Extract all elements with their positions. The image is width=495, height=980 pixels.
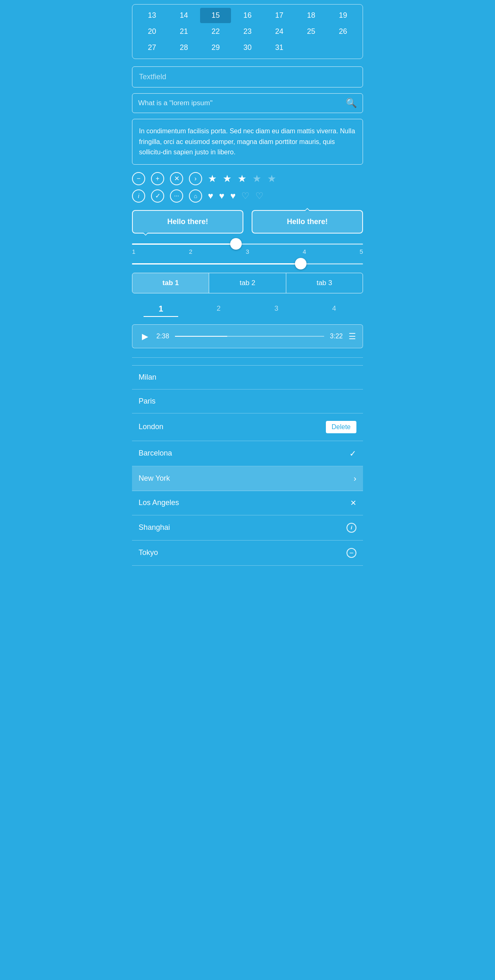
cal-day-25[interactable]: 25	[296, 24, 327, 39]
home-icon[interactable]: ⌂	[189, 189, 202, 203]
delete-button[interactable]: Delete	[326, 421, 356, 433]
slider-1-thumb[interactable]	[230, 238, 242, 250]
calendar: 13 14 15 16 17 18 19 20 21 22 23 24 25 2…	[132, 4, 363, 59]
minus-icon-tokyo: −	[346, 548, 356, 558]
cal-day-23[interactable]: 23	[232, 24, 263, 39]
list-item-shanghai[interactable]: Shanghai i	[132, 515, 363, 541]
list-item-shanghai-label: Shanghai	[139, 523, 170, 532]
slider-label-1: 1	[132, 248, 135, 255]
page-3[interactable]: 3	[248, 301, 305, 316]
list-item-milan-label: Milan	[139, 373, 156, 382]
search-input[interactable]	[138, 99, 346, 107]
cal-day-15[interactable]: 15	[200, 8, 231, 23]
list-item-tokyo-label: Tokyo	[139, 548, 158, 557]
cal-day-27[interactable]: 27	[137, 40, 167, 55]
cal-day-22[interactable]: 22	[200, 24, 231, 39]
list-item-paris-label: Paris	[139, 397, 156, 406]
cal-day-19[interactable]: 19	[328, 8, 358, 23]
text-input[interactable]	[132, 66, 363, 87]
cal-day-24[interactable]: 24	[264, 24, 295, 39]
player-track[interactable]	[175, 336, 324, 337]
list-item-tokyo[interactable]: Tokyo −	[132, 541, 363, 566]
slider-1-track[interactable]	[132, 243, 363, 245]
cal-day-18[interactable]: 18	[296, 8, 327, 23]
tab-2[interactable]: tab 2	[209, 273, 286, 293]
cal-day-17[interactable]: 17	[264, 8, 295, 23]
tab-3[interactable]: tab 3	[286, 273, 363, 293]
search-field: 🔍	[132, 93, 363, 113]
info-icon-shanghai: i	[346, 523, 356, 533]
close-icon[interactable]: ✕	[170, 172, 183, 185]
star-2-icon[interactable]: ★	[223, 174, 232, 184]
slider-2-track[interactable]	[132, 263, 363, 264]
forward-icon[interactable]: ›	[189, 172, 202, 185]
page-2[interactable]: 2	[190, 301, 248, 316]
icons-section: − + ✕ › ★ ★ ★ ★ ★ i ✓ ⋯ ⌂ ♥ ♥ ♥ ♡ ♡	[132, 172, 363, 203]
slider-label-5: 5	[360, 248, 363, 255]
cal-day-31[interactable]: 31	[264, 40, 295, 55]
plus-icon[interactable]: +	[151, 172, 164, 185]
info-icon[interactable]: i	[132, 189, 145, 203]
list-item-london[interactable]: London Delete	[132, 413, 363, 441]
text-area: In condimentum facilisis porta. Sed nec …	[132, 119, 363, 165]
textarea-content: In condimentum facilisis porta. Sed nec …	[139, 128, 355, 156]
checkmark-icon[interactable]: ✓	[151, 189, 164, 203]
minus-icon[interactable]: −	[132, 172, 145, 185]
cal-day-29[interactable]: 29	[200, 40, 231, 55]
slider-1-section: 1 2 3 4 5	[132, 243, 363, 255]
cal-day-20[interactable]: 20	[137, 24, 167, 39]
slider-2-thumb[interactable]	[295, 258, 306, 269]
icons-row-1: − + ✕ › ★ ★ ★ ★ ★	[132, 172, 363, 185]
list-item-paris[interactable]: Paris	[132, 390, 363, 413]
page-4[interactable]: 4	[305, 301, 363, 316]
cal-day-empty-1	[296, 40, 327, 55]
cal-day-21[interactable]: 21	[168, 24, 199, 39]
cal-day-28[interactable]: 28	[168, 40, 199, 55]
star-4-icon[interactable]: ★	[252, 174, 262, 184]
cal-day-14[interactable]: 14	[168, 8, 199, 23]
slider-labels: 1 2 3 4 5	[132, 248, 363, 255]
heart-4-icon[interactable]: ♡	[241, 191, 250, 201]
tab-1[interactable]: tab 1	[132, 273, 209, 293]
cal-day-30[interactable]: 30	[232, 40, 263, 55]
slider-label-2: 2	[189, 248, 192, 255]
list-item-barcelona-label: Barcelona	[139, 449, 172, 458]
star-5-icon[interactable]: ★	[267, 174, 276, 184]
city-list: Milan Paris London Delete Barcelona ✓ Ne…	[132, 365, 363, 566]
star-1-icon[interactable]: ★	[208, 174, 217, 184]
player-progress	[175, 336, 227, 337]
tabs-row: tab 1 tab 2 tab 3	[132, 273, 363, 293]
chevron-right-icon: ›	[354, 474, 356, 483]
total-time: 3:22	[330, 333, 343, 340]
heart-5-icon[interactable]: ♡	[255, 191, 264, 201]
ellipsis-icon[interactable]: ⋯	[170, 189, 183, 203]
list-item-newyork-label: New York	[139, 474, 170, 483]
pagination: 1 2 3 4	[132, 301, 363, 317]
heart-1-icon[interactable]: ♥	[208, 191, 213, 201]
list-item-losangeles[interactable]: Los Angeles ✕	[132, 491, 363, 515]
list-item-losangeles-label: Los Angeles	[139, 498, 179, 507]
play-button[interactable]: ▶	[139, 331, 151, 342]
slider-2-fill	[132, 263, 301, 264]
list-item-barcelona[interactable]: Barcelona ✓	[132, 441, 363, 466]
cal-day-16[interactable]: 16	[232, 8, 263, 23]
star-3-icon[interactable]: ★	[238, 174, 247, 184]
cal-day-26[interactable]: 26	[328, 24, 358, 39]
heart-3-icon[interactable]: ♥	[230, 191, 236, 201]
icons-row-2: i ✓ ⋯ ⌂ ♥ ♥ ♥ ♡ ♡	[132, 189, 363, 203]
list-item-newyork[interactable]: New York ›	[132, 466, 363, 491]
cal-day-13[interactable]: 13	[137, 8, 167, 23]
search-icon: 🔍	[346, 98, 357, 109]
checkmark-icon-barcelona: ✓	[349, 449, 356, 458]
separator	[132, 357, 363, 358]
speech-bubble-button-2[interactable]: Hello there!	[252, 210, 363, 234]
heart-2-icon[interactable]: ♥	[219, 191, 224, 201]
page-1[interactable]: 1	[132, 301, 190, 317]
slider-label-4: 4	[303, 248, 306, 255]
list-item-milan[interactable]: Milan	[132, 366, 363, 390]
playlist-icon[interactable]: ☰	[349, 331, 356, 341]
list-item-london-label: London	[139, 423, 163, 431]
music-player: ▶ 2:38 3:22 ☰	[132, 324, 363, 348]
slider-label-3: 3	[246, 248, 249, 255]
speech-bubble-button-1[interactable]: Hello there!	[132, 210, 243, 234]
